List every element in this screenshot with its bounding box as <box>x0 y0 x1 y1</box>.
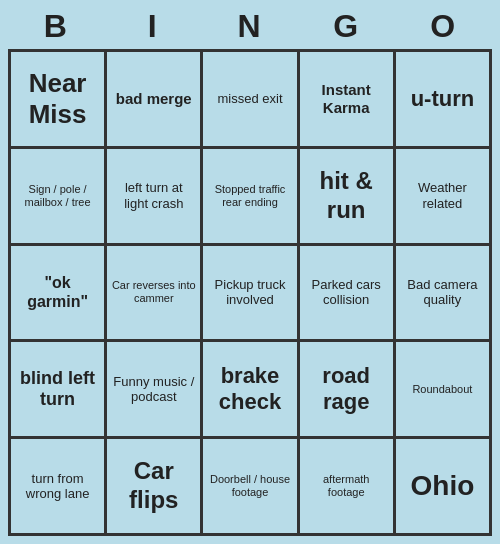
bingo-cell[interactable]: Pickup truck involved <box>202 245 297 341</box>
header-letter: I <box>108 8 198 45</box>
bingo-cell[interactable]: Instant Karma <box>299 51 394 147</box>
header-letter: G <box>302 8 392 45</box>
bingo-cell[interactable]: Funny music / podcast <box>106 341 201 437</box>
bingo-cell[interactable]: Car flips <box>106 438 201 534</box>
bingo-cell[interactable]: blind left turn <box>10 341 105 437</box>
bingo-cell[interactable]: hit & run <box>299 148 394 244</box>
bingo-cell[interactable]: Doorbell / house footage <box>202 438 297 534</box>
bingo-cell[interactable]: missed exit <box>202 51 297 147</box>
bingo-cell[interactable]: Car reverses into cammer <box>106 245 201 341</box>
bingo-cell[interactable]: Roundabout <box>395 341 490 437</box>
bingo-cell[interactable]: Ohio <box>395 438 490 534</box>
bingo-cell[interactable]: Weather related <box>395 148 490 244</box>
header-letter: B <box>11 8 101 45</box>
header-letter: O <box>399 8 489 45</box>
bingo-cell[interactable]: left turn at light crash <box>106 148 201 244</box>
bingo-cell[interactable]: bad merge <box>106 51 201 147</box>
bingo-cell[interactable]: Near Miss <box>10 51 105 147</box>
bingo-cell[interactable]: u-turn <box>395 51 490 147</box>
bingo-cell[interactable]: road rage <box>299 341 394 437</box>
bingo-cell[interactable]: Stopped traffic rear ending <box>202 148 297 244</box>
bingo-header: BINGO <box>8 8 492 45</box>
bingo-cell[interactable]: Bad camera quality <box>395 245 490 341</box>
bingo-cell[interactable]: aftermath footage <box>299 438 394 534</box>
bingo-cell[interactable]: Sign / pole / mailbox / tree <box>10 148 105 244</box>
bingo-cell[interactable]: turn from wrong lane <box>10 438 105 534</box>
bingo-cell[interactable]: Parked cars collision <box>299 245 394 341</box>
bingo-grid: Near Missbad mergemissed exitInstant Kar… <box>8 49 492 536</box>
header-letter: N <box>205 8 295 45</box>
bingo-cell[interactable]: brake check <box>202 341 297 437</box>
bingo-cell[interactable]: "ok garmin" <box>10 245 105 341</box>
